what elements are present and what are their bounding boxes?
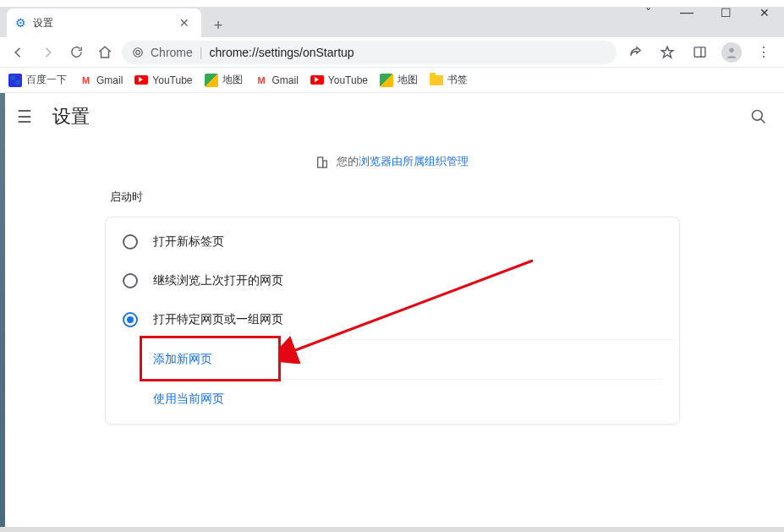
svg-rect-7 xyxy=(317,157,322,167)
bookmark-item[interactable]: 地图 xyxy=(205,73,243,87)
annotation-highlight-box xyxy=(140,336,281,381)
managed-by-org-link[interactable]: 浏览器由所属组织管理 xyxy=(359,155,469,167)
desktop-left-edge xyxy=(0,93,5,532)
bookmark-item[interactable]: MGmail xyxy=(255,74,299,87)
browser-tab-settings[interactable]: ⚙ 设置 ✕ xyxy=(7,8,201,37)
svg-point-1 xyxy=(136,50,140,54)
menu-icon[interactable]: ☰ xyxy=(17,107,37,127)
radio-icon[interactable] xyxy=(123,312,138,327)
new-tab-button[interactable]: + xyxy=(206,14,230,37)
search-icon[interactable] xyxy=(750,108,767,125)
home-button[interactable] xyxy=(93,41,117,64)
radio-label: 打开新标签页 xyxy=(153,234,224,250)
svg-rect-2 xyxy=(694,47,705,57)
bookmark-item[interactable]: 地图 xyxy=(380,73,418,87)
bookmark-item[interactable]: MGmail xyxy=(79,74,123,87)
url-separator: | xyxy=(200,46,203,59)
minimize-button[interactable]: — xyxy=(667,0,706,25)
radio-label: 打开特定网页或一组网页 xyxy=(153,312,283,327)
url-scheme: Chrome xyxy=(151,46,193,59)
bookmark-label: Gmail xyxy=(96,74,123,86)
back-button[interactable] xyxy=(7,41,30,64)
reload-button[interactable] xyxy=(64,41,88,64)
maps-icon xyxy=(205,74,218,87)
settings-content: 启动时 打开新标签页 继续浏览上次打开的网页 打开特定网页或一组网页 添加新网页… xyxy=(0,184,784,425)
managed-prefix: 您的 xyxy=(337,155,359,167)
side-panel-icon[interactable] xyxy=(686,41,713,64)
svg-line-6 xyxy=(761,119,765,123)
svg-point-0 xyxy=(134,47,143,57)
address-bar[interactable]: Chrome | chrome://settings/onStartup xyxy=(122,41,617,64)
bookmark-label: YouTube xyxy=(328,74,368,86)
use-current-pages-link[interactable]: 使用当前网页 xyxy=(141,380,662,419)
organization-icon xyxy=(315,156,329,169)
share-icon[interactable] xyxy=(622,41,649,64)
browser-toolbar: Chrome | chrome://settings/onStartup ⋮ xyxy=(0,37,784,68)
bookmark-item[interactable]: YouTube xyxy=(310,74,368,86)
bookmarks-bar: 🐾百度一下 MGmail YouTube 地图 MGmail YouTube 地… xyxy=(0,68,784,93)
section-title-startup: 启动时 xyxy=(105,184,680,217)
svg-rect-8 xyxy=(322,161,326,167)
profile-avatar[interactable] xyxy=(718,41,745,64)
gmail-icon: M xyxy=(255,74,268,87)
radio-option-continue[interactable]: 继续浏览上次打开的网页 xyxy=(106,261,679,300)
bookmark-item[interactable]: 书签 xyxy=(430,73,468,87)
radio-option-new-tab[interactable]: 打开新标签页 xyxy=(106,222,679,261)
bookmark-label: 书签 xyxy=(447,73,468,87)
radio-label: 继续浏览上次打开的网页 xyxy=(153,273,283,288)
gmail-icon: M xyxy=(79,74,92,87)
close-window-button[interactable]: ✕ xyxy=(745,0,784,25)
radio-icon[interactable] xyxy=(123,273,138,288)
caret-down-icon[interactable]: ˅ xyxy=(628,0,667,25)
kebab-menu-icon[interactable]: ⋮ xyxy=(750,41,777,64)
bookmark-label: 地图 xyxy=(222,73,243,87)
svg-point-5 xyxy=(753,111,763,121)
startup-card: 打开新标签页 继续浏览上次打开的网页 打开特定网页或一组网页 添加新网页 使用当… xyxy=(105,217,680,425)
radio-icon[interactable] xyxy=(123,234,138,250)
bookmark-item[interactable]: 🐾百度一下 xyxy=(8,73,67,87)
forward-button[interactable] xyxy=(36,41,59,64)
bookmark-label: YouTube xyxy=(152,74,192,86)
close-tab-button[interactable]: ✕ xyxy=(176,16,193,30)
window-controls: ˅ — ☐ ✕ xyxy=(628,0,784,25)
radio-option-specific-pages[interactable]: 打开特定网页或一组网页 xyxy=(106,300,679,339)
tab-title: 设置 xyxy=(33,16,53,30)
settings-app-bar: ☰ 设置 xyxy=(0,93,784,140)
bookmark-item[interactable]: YouTube xyxy=(134,74,192,86)
maps-icon xyxy=(380,74,393,87)
folder-icon xyxy=(430,75,443,85)
bookmark-label: 百度一下 xyxy=(26,73,67,87)
maximize-button[interactable]: ☐ xyxy=(706,0,745,25)
site-info-icon[interactable] xyxy=(132,47,144,58)
svg-point-4 xyxy=(729,47,733,52)
managed-by-org-banner: 您的浏览器由所属组织管理 xyxy=(0,140,784,184)
url-path: chrome://settings/onStartup xyxy=(209,46,354,59)
youtube-icon xyxy=(134,75,148,85)
bookmark-star-icon[interactable] xyxy=(654,41,681,64)
youtube-icon xyxy=(310,75,324,85)
bookmark-label: 地图 xyxy=(397,73,418,87)
baidu-icon: 🐾 xyxy=(8,74,22,87)
settings-title: 设置 xyxy=(52,104,90,129)
gear-icon: ⚙ xyxy=(15,16,26,30)
desktop-bottom-edge xyxy=(0,527,784,532)
bookmark-label: Gmail xyxy=(272,74,299,86)
